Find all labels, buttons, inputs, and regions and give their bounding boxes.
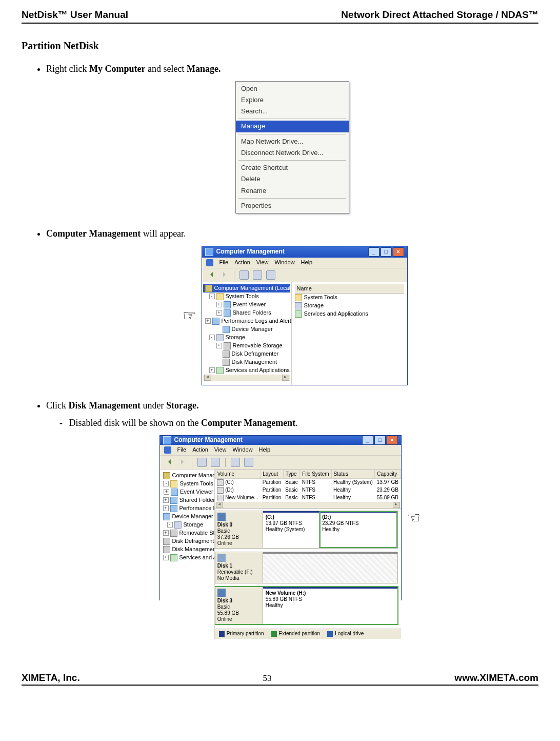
scroll-left-icon[interactable]: ◄ — [204, 375, 211, 381]
scroll-right-icon[interactable]: ► — [282, 375, 289, 381]
toolbar-icon[interactable] — [211, 458, 220, 467]
tree-item[interactable]: Disk Defragmenter — [203, 350, 290, 358]
tree-item[interactable]: +Performance Logs and Alerts — [203, 317, 290, 325]
context-menu-item[interactable]: Delete — [236, 173, 349, 185]
expand-icon[interactable]: + — [163, 530, 169, 536]
tree-item[interactable]: Disk Defragmenter — [161, 537, 213, 545]
close-button[interactable]: × — [393, 247, 404, 257]
collapse-icon[interactable]: - — [209, 335, 215, 340]
maximize-button[interactable]: □ — [381, 247, 392, 257]
tree-item[interactable]: Device Manager — [203, 325, 290, 334]
scroll-left-icon[interactable]: ◄ — [216, 502, 223, 508]
back-icon[interactable] — [164, 458, 173, 466]
tree-item[interactable]: +Performance Logs and Alerts — [161, 504, 213, 513]
back-icon[interactable] — [206, 270, 215, 279]
forward-icon[interactable] — [177, 458, 187, 466]
expand-icon[interactable]: + — [205, 318, 211, 324]
menu-item[interactable]: Help — [259, 446, 271, 454]
scroll-right-icon[interactable]: ► — [393, 502, 400, 508]
list-item[interactable]: Storage — [295, 302, 404, 310]
list-item[interactable]: System Tools — [295, 294, 404, 302]
toolbar-icon[interactable] — [266, 270, 275, 280]
minimize-button[interactable]: _ — [362, 436, 373, 445]
tree-item[interactable]: -Storage — [161, 521, 213, 529]
menu-item[interactable]: Action — [192, 446, 208, 454]
collapse-icon[interactable]: - — [209, 294, 215, 299]
forward-icon[interactable] — [219, 270, 229, 279]
tree-item[interactable]: +Shared Folders — [161, 496, 213, 504]
table-row[interactable]: (D:) Partition Basic NTFS Healthy 23.29 … — [215, 486, 401, 494]
tree-item[interactable]: +Services and Applications — [161, 554, 213, 562]
expand-icon[interactable]: + — [216, 310, 222, 316]
tree-item[interactable]: +Removable Storage — [161, 529, 213, 537]
partition-empty[interactable] — [263, 552, 397, 583]
menu-item[interactable]: Help — [301, 259, 313, 266]
context-menu-item[interactable]: Map Network Drive... — [236, 136, 349, 147]
context-menu-item[interactable]: Open — [236, 83, 349, 94]
scrollbar-horizontal[interactable]: ◄ ► — [215, 502, 401, 508]
disk-row[interactable]: Disk 0 Basic 37.26 GB Online (C:) 13. — [215, 511, 398, 549]
tree-item[interactable]: -System Tools — [161, 480, 213, 488]
expand-icon[interactable]: + — [216, 302, 222, 307]
column-header[interactable]: Type — [283, 470, 299, 479]
column-header[interactable]: Capacity — [375, 470, 401, 479]
menu-item[interactable]: View — [214, 446, 227, 454]
menu-item[interactable]: File — [219, 259, 229, 266]
partition[interactable]: (D:) 23.29 GB NTFS Healthy — [319, 511, 397, 548]
tree-item[interactable]: -System Tools — [203, 292, 290, 301]
tree-item[interactable]: +Event Viewer — [161, 488, 213, 496]
system-menu-icon[interactable] — [206, 259, 213, 266]
tree-item[interactable]: -Storage — [203, 334, 290, 342]
context-menu-item[interactable]: Rename — [236, 185, 349, 197]
column-header[interactable]: Layout — [261, 470, 284, 479]
toolbar-icon[interactable] — [253, 270, 262, 280]
toolbar-icon[interactable] — [231, 458, 240, 467]
disk-row[interactable]: Disk 1 Removable (F:) No Media — [215, 552, 398, 583]
tree-root[interactable]: Computer Management (Local) — [161, 472, 213, 480]
collapse-icon[interactable]: - — [167, 522, 173, 528]
partition[interactable]: (C:) 13.97 GB NTFS Healthy (System) — [263, 511, 319, 548]
scrollbar-horizontal[interactable]: ◄ ► — [203, 375, 290, 381]
system-menu-icon[interactable] — [164, 446, 171, 454]
tree-root[interactable]: Computer Management (Local) — [203, 284, 290, 292]
maximize-button[interactable]: □ — [374, 436, 386, 445]
context-menu-item[interactable]: Properties — [236, 200, 349, 211]
expand-icon[interactable]: + — [163, 497, 169, 503]
tree-item[interactable]: +Shared Folders — [203, 309, 290, 317]
context-menu-item[interactable]: Search... — [236, 106, 349, 117]
menu-item[interactable]: Window — [274, 259, 294, 266]
list-item[interactable]: Services and Applications — [295, 310, 404, 318]
expand-icon[interactable]: + — [209, 367, 215, 373]
expand-icon[interactable]: + — [163, 555, 169, 560]
tree-item[interactable]: +Removable Storage — [203, 342, 290, 350]
toolbar-icon[interactable] — [197, 458, 207, 467]
expand-icon[interactable]: + — [164, 489, 169, 495]
toolbar-icon[interactable] — [239, 270, 249, 280]
toolbar-icon[interactable] — [244, 458, 253, 467]
menu-item[interactable]: Window — [232, 446, 252, 454]
expand-icon[interactable]: + — [163, 505, 169, 511]
close-button[interactable]: × — [387, 436, 398, 445]
expand-icon[interactable]: + — [216, 343, 222, 348]
disk-row-highlighted[interactable]: Disk 3 Basic 55.89 GB Online New Volume … — [215, 587, 398, 625]
tree-item[interactable]: +Event Viewer — [203, 301, 290, 309]
context-menu-item-selected[interactable]: Manage — [236, 121, 349, 132]
tree-item[interactable]: Device Manager — [161, 513, 213, 521]
collapse-icon[interactable]: - — [163, 481, 169, 486]
tree-item[interactable]: +Services and Applications — [203, 366, 290, 375]
menu-item[interactable]: File — [177, 446, 187, 454]
column-header[interactable]: File System — [300, 470, 331, 479]
menu-item[interactable]: Action — [234, 259, 250, 266]
table-row[interactable]: New Volume... Partition Basic NTFS Healt… — [215, 494, 401, 502]
column-header[interactable]: Status — [331, 470, 375, 479]
tree-item[interactable]: Disk Management — [161, 545, 213, 554]
table-row[interactable]: (C:) Partition Basic NTFS Healthy (Syste… — [215, 479, 401, 487]
list-header[interactable]: Name — [295, 284, 404, 294]
partition[interactable]: New Volume (H:) 55.89 GB NTFS Healthy — [263, 587, 397, 624]
menu-item[interactable]: View — [256, 259, 269, 266]
context-menu-item[interactable]: Disconnect Network Drive... — [236, 147, 349, 159]
minimize-button[interactable]: _ — [368, 247, 379, 257]
context-menu-item[interactable]: Explore — [236, 94, 349, 106]
context-menu-item[interactable]: Create Shortcut — [236, 162, 349, 173]
tree-item[interactable]: Disk Management — [203, 358, 290, 366]
